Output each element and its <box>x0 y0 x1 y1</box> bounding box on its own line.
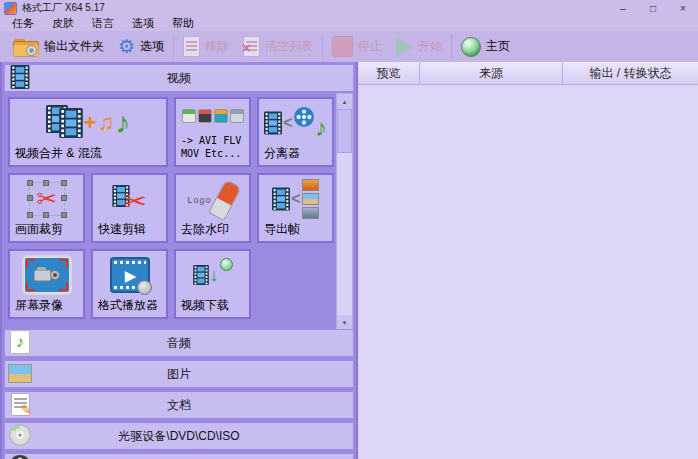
section-header-toolset[interactable]: 工具集 <box>4 453 354 459</box>
column-header-status[interactable]: 输出 / 转换状态 <box>563 62 698 84</box>
section-header-document[interactable]: ✎ 文档 <box>4 391 354 419</box>
minimize-button[interactable]: – <box>608 0 638 16</box>
section-label: 文档 <box>167 397 191 414</box>
tile-label: 导出帧 <box>264 221 300 238</box>
video-download-icon: ↓ <box>176 252 249 298</box>
tile-format-player[interactable]: ▶ 格式播放器 <box>91 249 168 319</box>
crop-icon: ✂ <box>10 176 83 222</box>
task-list-panel: 预览 来源 输出 / 转换状态 <box>358 62 698 459</box>
task-list-body[interactable] <box>358 84 698 459</box>
video-tools-grid: + ♫ ♪ 视频合并 & 混流 -> AVI FLV MOV Etc... < <box>4 93 338 329</box>
column-header-source[interactable]: 来源 <box>420 62 563 84</box>
output-folder-button[interactable]: 输出文件夹 <box>6 33 111 61</box>
close-button[interactable]: × <box>668 0 698 16</box>
disc-icon <box>7 423 33 447</box>
audio-icon: ♪ <box>7 330 33 354</box>
screen-record-icon <box>10 252 83 298</box>
tile-remove-watermark[interactable]: Logo 去除水印 <box>174 173 251 243</box>
scroll-thumb[interactable] <box>337 109 352 153</box>
toolbar: 输出文件夹 ⚙ 选项 移除 × 清空列表 停止 开始 主页 <box>0 31 698 63</box>
section-header-disc[interactable]: 光驱设备\DVD\CD\ISO <box>4 422 354 450</box>
tile-label: 格式播放器 <box>98 297 158 314</box>
tile-quick-clip[interactable]: ✂ 快速剪辑 <box>91 173 168 243</box>
section-header-video[interactable]: 视频 <box>4 64 354 92</box>
play-icon <box>396 37 413 57</box>
globe-icon <box>461 37 481 57</box>
scroll-down-button[interactable]: ▼ <box>337 315 352 330</box>
toolbar-separator <box>173 34 174 60</box>
collapsed-sections: ♪ 音频 图片 ✎ 文档 光驱设备\DVD\CD\ISO <box>4 329 354 459</box>
menu-item-help[interactable]: 帮助 <box>170 16 196 31</box>
tile-label: 视频下载 <box>181 297 229 314</box>
home-label: 主页 <box>486 38 510 55</box>
category-panel: 视频 + ♫ ♪ 视频合并 & 混流 -> AVI FLV MOV Etc... <box>0 62 358 459</box>
tile-video-formats[interactable]: -> AVI FLV MOV Etc... <box>174 97 251 167</box>
quick-clip-icon: ✂ <box>93 176 166 222</box>
task-table-header: 预览 来源 输出 / 转换状态 <box>358 62 698 85</box>
scroll-up-button[interactable]: ▲ <box>337 94 352 109</box>
title-bar: 格式工厂 X64 5.17 – □ × <box>0 0 698 16</box>
maximize-button[interactable]: □ <box>638 0 668 16</box>
section-label: 图片 <box>167 366 191 383</box>
menu-item-options[interactable]: 选项 <box>130 16 156 31</box>
home-button[interactable]: 主页 <box>454 33 517 61</box>
tile-video-download[interactable]: ↓ 视频下载 <box>174 249 251 319</box>
options-label: 选项 <box>140 38 164 55</box>
options-button[interactable]: ⚙ 选项 <box>111 33 171 61</box>
tile-label: 快速剪辑 <box>98 221 146 238</box>
section-label: 光驱设备\DVD\CD\ISO <box>118 428 239 445</box>
clear-list-icon: × <box>243 36 260 57</box>
toolbar-separator <box>451 34 452 60</box>
section-label: 音频 <box>167 335 191 352</box>
tile-label: 去除水印 <box>181 221 229 238</box>
window-title: 格式工厂 X64 5.17 <box>22 1 105 15</box>
tile-label: 屏幕录像 <box>15 297 63 314</box>
app-icon <box>4 2 17 15</box>
document-icon: ✎ <box>7 392 33 416</box>
menu-bar: 任务 皮肤 语言 选项 帮助 <box>0 16 698 31</box>
filmstrip-icon <box>7 65 33 89</box>
tile-label: 视频合并 & 混流 <box>15 145 102 162</box>
menu-item-skin[interactable]: 皮肤 <box>50 16 76 31</box>
toolbar-separator <box>322 34 323 60</box>
section-label: 视频 <box>167 70 191 87</box>
tile-label: -> AVI FLV MOV Etc... <box>181 134 241 160</box>
remove-button[interactable]: 移除 <box>176 33 236 61</box>
output-folder-label: 输出文件夹 <box>44 38 104 55</box>
folder-icon <box>13 37 39 57</box>
tile-crop[interactable]: ✂ 画面裁剪 <box>8 173 85 243</box>
stop-label: 停止 <box>358 38 382 55</box>
gear-icon: ⚙ <box>118 37 135 56</box>
tile-screen-record[interactable]: 屏幕录像 <box>8 249 85 319</box>
tile-splitter[interactable]: < ♪ 分离器 <box>257 97 334 167</box>
tile-video-merge-mux[interactable]: + ♫ ♪ 视频合并 & 混流 <box>8 97 168 167</box>
tile-label: 分离器 <box>264 145 300 162</box>
merge-mux-icon: + ♫ ♪ <box>10 100 166 146</box>
export-frames-icon: < <box>259 176 332 222</box>
remove-label: 移除 <box>205 38 229 55</box>
column-header-preview[interactable]: 预览 <box>358 62 420 84</box>
eraser-icon: Logo <box>176 176 249 222</box>
tile-label: 画面裁剪 <box>15 221 63 238</box>
start-label: 开始 <box>418 38 442 55</box>
menu-item-tasks[interactable]: 任务 <box>10 16 36 31</box>
splitter-icon: < ♪ <box>259 100 332 146</box>
toolset-icon <box>7 454 33 459</box>
menu-item-language[interactable]: 语言 <box>90 16 116 31</box>
remove-file-icon <box>183 36 200 57</box>
tile-export-frames[interactable]: < 导出帧 <box>257 173 334 243</box>
section-header-audio[interactable]: ♪ 音频 <box>4 329 354 357</box>
picture-icon <box>7 361 33 385</box>
tiles-scrollbar[interactable]: ▲ ▼ <box>336 93 353 331</box>
clear-list-label: 清空列表 <box>265 38 313 55</box>
format-player-icon: ▶ <box>93 252 166 298</box>
start-button[interactable]: 开始 <box>389 33 449 61</box>
stop-icon <box>332 36 353 57</box>
section-header-picture[interactable]: 图片 <box>4 360 354 388</box>
clear-list-button[interactable]: × 清空列表 <box>236 33 320 61</box>
stop-button[interactable]: 停止 <box>325 33 389 61</box>
